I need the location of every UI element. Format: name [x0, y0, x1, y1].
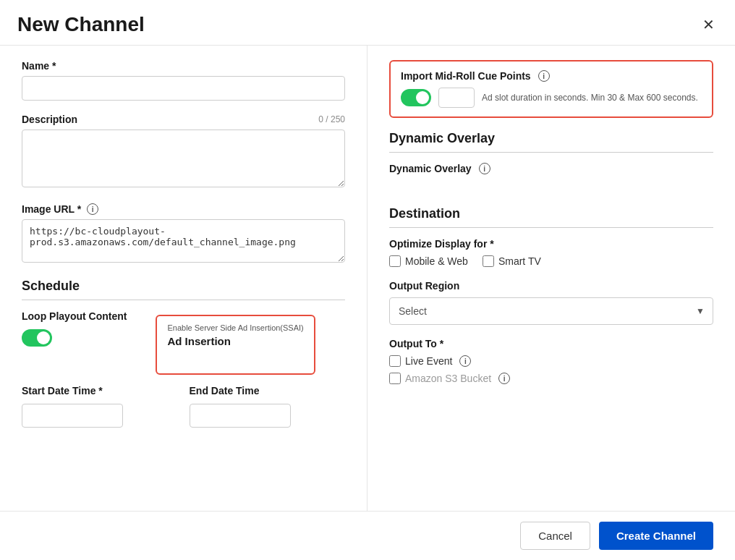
name-group: Name *	[22, 60, 345, 101]
optimize-label: Optimize Display for *	[389, 238, 713, 250]
live-event-checkbox[interactable]	[389, 355, 401, 367]
dynamic-overlay-divider	[389, 152, 713, 153]
modal-title: New Channel	[17, 13, 145, 36]
amazon-s3-checkbox[interactable]	[389, 373, 401, 384]
ad-insertion-small-label: Enable Server Side Ad Insertion(SSAI)	[167, 323, 303, 332]
image-url-label: Image URL *	[22, 203, 81, 215]
new-channel-modal: New Channel ✕ Name * Description 0 / 250	[0, 0, 735, 560]
smart-tv-label: Smart TV	[498, 255, 541, 267]
start-date-label: Start Date Time *	[22, 385, 178, 396]
right-panel: Import Mid-Roll Cue Points i 30 Ad slot …	[368, 46, 735, 511]
destination-section: Destination Optimize Display for * Mobil…	[389, 206, 713, 384]
loop-playout-slider	[22, 329, 52, 347]
name-label: Name *	[22, 60, 345, 72]
import-midroll-box: Import Mid-Roll Cue Points i 30 Ad slot …	[389, 60, 713, 118]
image-url-input[interactable]: https://bc-cloudplayout-prod.s3.amazonaw…	[22, 219, 345, 263]
midroll-hint: Ad slot duration in seconds. Min 30 & Ma…	[482, 93, 698, 103]
description-textarea[interactable]	[22, 130, 345, 187]
mobile-web-checkbox-group: Mobile & Web	[389, 255, 468, 267]
mobile-web-checkbox[interactable]	[389, 255, 401, 267]
loop-playout-group: Loop Playout Content	[22, 310, 127, 347]
midroll-toggle[interactable]	[401, 89, 431, 106]
loop-section: Loop Playout Content Enable Server Side …	[22, 310, 345, 375]
create-channel-button[interactable]: Create Channel	[599, 522, 713, 550]
left-panel: Name * Description 0 / 250 Image URL * i…	[0, 46, 368, 511]
destination-divider	[389, 227, 713, 228]
amazon-s3-option: Amazon S3 Bucket i	[389, 373, 713, 384]
live-event-label: Live Event	[405, 355, 452, 367]
output-region-select-wrapper: Select US East US West EU West Asia Paci…	[389, 297, 713, 325]
dynamic-overlay-info-icon[interactable]: i	[479, 163, 490, 174]
start-date-input[interactable]	[22, 404, 123, 428]
description-label-row: Description 0 / 250	[22, 114, 345, 125]
end-date-label: End Date Time	[190, 385, 346, 396]
midroll-duration-input[interactable]: 30	[438, 88, 475, 108]
char-count: 0 / 250	[318, 114, 345, 124]
loop-playout-label: Loop Playout Content	[22, 310, 127, 322]
smart-tv-checkbox[interactable]	[483, 255, 494, 267]
midroll-slider	[401, 89, 431, 106]
dynamic-overlay-title: Dynamic Overlay	[389, 131, 713, 146]
midroll-controls: 30 Ad slot duration in seconds. Min 30 &…	[401, 88, 702, 108]
image-url-group: Image URL * i https://bc-cloudplayout-pr…	[22, 203, 345, 266]
schedule-divider	[22, 300, 345, 300]
ad-insertion-box: Enable Server Side Ad Insertion(SSAI) Ad…	[156, 315, 315, 375]
dynamic-overlay-label: Dynamic Overlay	[389, 163, 472, 174]
cancel-button[interactable]: Cancel	[520, 522, 590, 550]
import-midroll-label: Import Mid-Roll Cue Points	[401, 70, 531, 82]
import-midroll-header: Import Mid-Roll Cue Points i	[401, 70, 702, 82]
loop-playout-toggle[interactable]	[22, 329, 52, 347]
output-to-label: Output To *	[389, 338, 713, 349]
description-group: Description 0 / 250	[22, 114, 345, 190]
image-url-info-icon[interactable]: i	[87, 203, 98, 215]
smart-tv-checkbox-group: Smart TV	[483, 255, 541, 267]
output-to-section: Output To * Live Event i Amazon S3 Bucke…	[389, 338, 713, 384]
end-date-input[interactable]	[190, 404, 291, 428]
optimize-group: Optimize Display for * Mobile & Web Smar…	[389, 238, 713, 267]
live-event-info-icon[interactable]: i	[459, 355, 471, 367]
mobile-web-label: Mobile & Web	[405, 255, 468, 267]
description-label: Description	[22, 114, 77, 125]
start-date-group: Start Date Time *	[22, 385, 178, 428]
dynamic-overlay-section: Dynamic Overlay Dynamic Overlay i	[389, 131, 713, 193]
amazon-s3-info-icon[interactable]: i	[498, 373, 510, 384]
end-date-group: End Date Time	[190, 385, 346, 428]
optimize-row: Mobile & Web Smart TV	[389, 255, 713, 267]
import-midroll-info-icon[interactable]: i	[538, 70, 550, 82]
schedule-title: Schedule	[22, 279, 345, 294]
modal-footer: Cancel Create Channel	[0, 511, 735, 560]
output-region-label: Output Region	[389, 280, 713, 292]
name-input[interactable]	[22, 76, 345, 101]
schedule-row: Start Date Time * End Date Time	[22, 385, 345, 428]
schedule-section: Schedule Loop Playout Content Enable Ser…	[22, 279, 345, 428]
amazon-s3-label: Amazon S3 Bucket	[405, 373, 491, 384]
close-button[interactable]: ✕	[700, 14, 718, 35]
output-region-group: Output Region Select US East US West EU …	[389, 280, 713, 325]
destination-title: Destination	[389, 206, 713, 221]
live-event-option: Live Event i	[389, 355, 713, 367]
modal-header: New Channel ✕	[0, 0, 735, 46]
modal-body: Name * Description 0 / 250 Image URL * i…	[0, 46, 735, 511]
ad-insertion-main-label: Ad Insertion	[167, 335, 303, 347]
output-region-select[interactable]: Select US East US West EU West Asia Paci…	[389, 297, 713, 325]
